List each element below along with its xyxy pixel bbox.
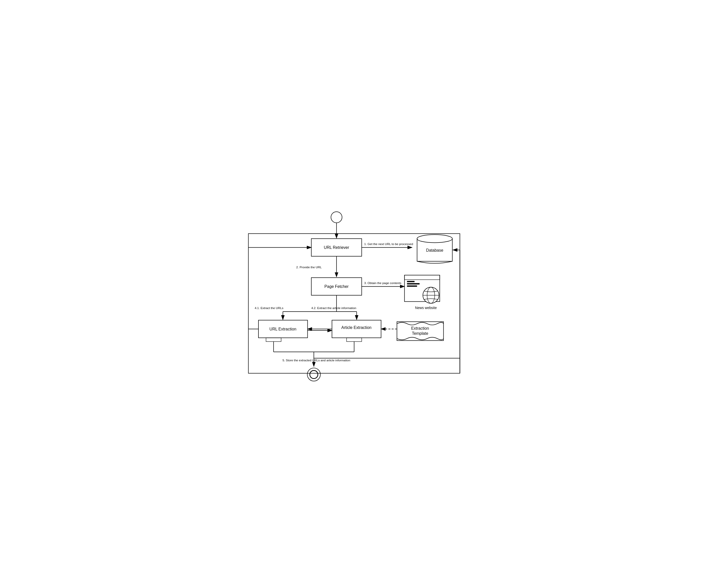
step3-label: 3. Obtain the page contents	[364, 281, 401, 285]
step5-label: 5. Store the extracted URLs and article …	[283, 359, 350, 362]
start-circle	[331, 212, 342, 223]
extraction-template-label1: Extraction	[411, 326, 429, 331]
step2-label: 2. Provide the URL	[296, 266, 322, 269]
article-extraction-label-line1: Article Extraction	[341, 326, 371, 330]
database-bottom	[417, 261, 452, 264]
url-extraction-tab	[266, 338, 281, 342]
step1-label: 1. Get the next URL to be processed	[364, 242, 413, 246]
browser-line2	[407, 283, 419, 285]
url-extraction-label: URL Extraction	[269, 327, 296, 331]
news-website-label: News website	[415, 306, 437, 310]
extraction-template-top-wave	[397, 322, 443, 325]
database-top	[417, 235, 452, 243]
step4-2-label: 4.2. Extract the article information	[311, 306, 356, 310]
diagram-container: URL Retriever 1. Get the next URL to be …	[239, 198, 469, 390]
step4-1-label: 4.1. Extract the URLs	[255, 306, 283, 310]
article-extraction-tab	[347, 338, 361, 342]
outer-border	[248, 234, 460, 373]
extraction-template-label2: Template	[412, 331, 428, 336]
extraction-template-bottom-wave	[397, 337, 443, 340]
end-circle-outer	[307, 368, 320, 381]
url-retriever-label: URL Retriever	[324, 245, 349, 250]
browser-line3	[407, 285, 417, 287]
database-label: Database	[426, 248, 443, 252]
end-circle-inner	[310, 371, 318, 379]
browser-line1	[407, 281, 415, 282]
browser-titlebar	[404, 275, 440, 280]
page-fetcher-label: Page Fetcher	[324, 284, 349, 289]
